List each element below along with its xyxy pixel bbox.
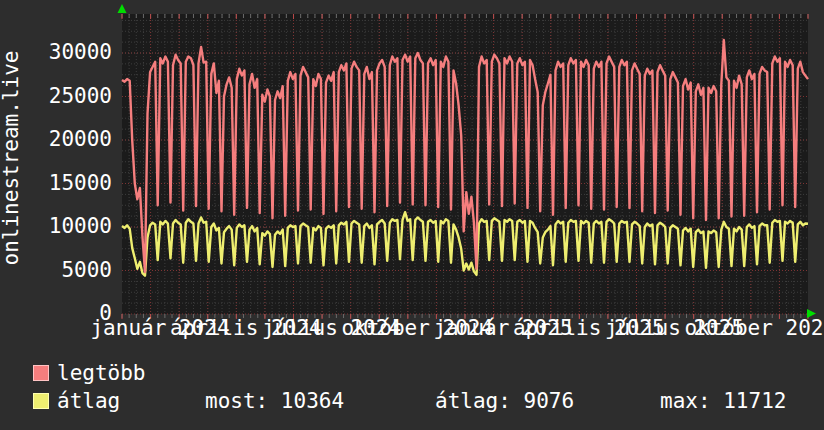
stat-max: max: 11712 xyxy=(660,391,786,412)
legend-swatch-legtobb xyxy=(33,365,49,381)
x-axis-label: október 2025 xyxy=(684,318,824,339)
y-axis-label: 20000 xyxy=(0,129,112,150)
y-axis-label: 15000 xyxy=(0,173,112,194)
y-axis-label: 5000 xyxy=(0,260,112,281)
legend-label-atlag: átlag xyxy=(57,391,120,412)
rrd-graph: onlinestream.live 0500010000150002000025… xyxy=(0,0,824,430)
legend-label-legtobb: legtöbb xyxy=(57,363,146,384)
y-axis-arrow-icon xyxy=(118,4,127,13)
stat-most: most: 10364 xyxy=(205,391,344,412)
y-axis-label: 30000 xyxy=(0,42,112,63)
stat-atlag: átlag: 9076 xyxy=(435,391,574,412)
y-axis-label: 10000 xyxy=(0,216,112,237)
legend-swatch-atlag xyxy=(33,393,49,409)
y-axis-label: 25000 xyxy=(0,86,112,107)
